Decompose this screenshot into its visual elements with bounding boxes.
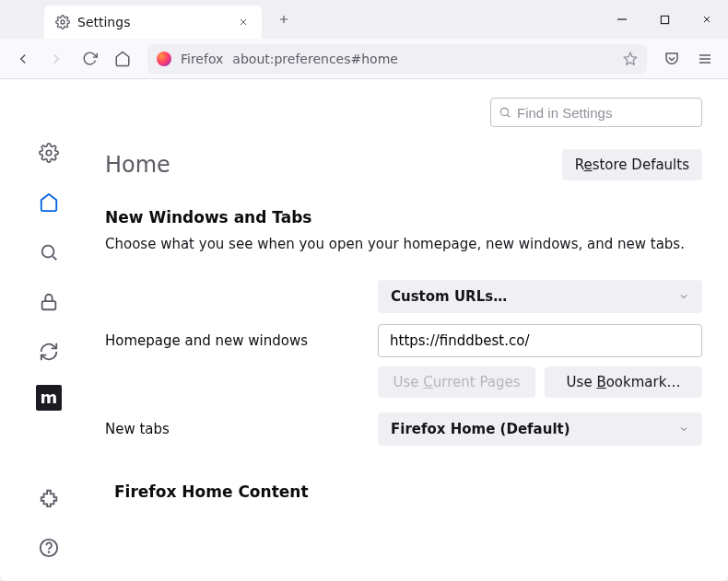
titlebar: Settings xyxy=(0,0,728,39)
svg-point-8 xyxy=(500,108,508,115)
urlbar-identity: Firefox xyxy=(181,52,223,66)
forward-button[interactable] xyxy=(41,44,72,74)
minimize-button[interactable] xyxy=(601,0,643,39)
ext-icon-letter: m xyxy=(41,389,58,406)
section-title-home-content: Firefox Home Content xyxy=(114,482,702,501)
svg-point-0 xyxy=(61,20,65,24)
select-value: Custom URLs… xyxy=(391,288,507,305)
back-button[interactable] xyxy=(7,44,39,74)
pocket-button[interactable] xyxy=(656,44,687,74)
chevron-down-icon xyxy=(678,424,689,435)
maximize-button[interactable] xyxy=(643,0,686,39)
firefox-icon xyxy=(157,52,171,66)
browser-window: Settings xyxy=(0,0,728,581)
sidebar-item-extensions[interactable] xyxy=(32,482,65,515)
search-icon xyxy=(499,106,511,119)
tab-title: Settings xyxy=(77,15,229,29)
sidebar-item-home[interactable] xyxy=(32,186,65,219)
svg-point-4 xyxy=(42,246,54,258)
window-controls xyxy=(601,0,728,39)
gear-icon xyxy=(55,15,70,29)
select-value: Firefox Home (Default) xyxy=(391,421,570,437)
urlbar-address: about:preferences#home xyxy=(232,52,614,66)
homepage-url-input[interactable] xyxy=(378,324,702,357)
url-bar[interactable]: Firefox about:preferences#home xyxy=(147,44,647,74)
newtabs-label: New tabs xyxy=(105,421,363,437)
svg-rect-5 xyxy=(42,301,56,309)
app-menu-button[interactable] xyxy=(689,44,721,74)
sidebar-item-privacy[interactable] xyxy=(32,285,65,319)
use-current-pages-button[interactable]: Use Current Pages xyxy=(378,366,535,398)
restore-defaults-button[interactable]: Restore Defaults xyxy=(562,149,702,180)
page-title: Home xyxy=(105,152,562,178)
home-button[interactable] xyxy=(107,44,138,74)
window-close-button[interactable] xyxy=(686,0,728,39)
use-bookmark-button[interactable]: Use Bookmark… xyxy=(545,366,702,398)
sidebar-item-general[interactable] xyxy=(32,136,65,169)
toolbar: Firefox about:preferences#home xyxy=(0,39,728,79)
content-area: m Home Restore Defaults xyxy=(0,79,728,581)
svg-point-3 xyxy=(46,150,52,156)
settings-page: Home Restore Defaults New Windows and Ta… xyxy=(98,79,728,581)
settings-search-input[interactable] xyxy=(517,105,694,121)
sidebar-item-sync[interactable] xyxy=(32,335,65,368)
newtabs-select[interactable]: Firefox Home (Default) xyxy=(378,413,702,446)
section-title-new-windows: New Windows and Tabs xyxy=(105,208,702,227)
chevron-down-icon xyxy=(678,291,689,302)
settings-sidebar: m xyxy=(0,79,98,581)
new-tab-button[interactable] xyxy=(271,6,297,32)
svg-rect-1 xyxy=(661,16,668,23)
sidebar-item-ext[interactable]: m xyxy=(36,385,62,411)
homepage-label: Homepage and new windows xyxy=(105,332,363,349)
bookmark-star-icon[interactable] xyxy=(623,52,638,66)
sidebar-item-help[interactable] xyxy=(32,531,65,564)
sidebar-item-search[interactable] xyxy=(32,236,65,269)
settings-search[interactable] xyxy=(490,98,702,127)
homepage-mode-select[interactable]: Custom URLs… xyxy=(378,280,702,313)
tab-settings[interactable]: Settings xyxy=(44,6,262,39)
reload-button[interactable] xyxy=(74,44,105,74)
svg-point-7 xyxy=(49,552,50,552)
section-subtitle: Choose what you see when you open your h… xyxy=(105,236,702,252)
svg-marker-2 xyxy=(624,52,636,64)
close-icon[interactable] xyxy=(236,15,251,29)
